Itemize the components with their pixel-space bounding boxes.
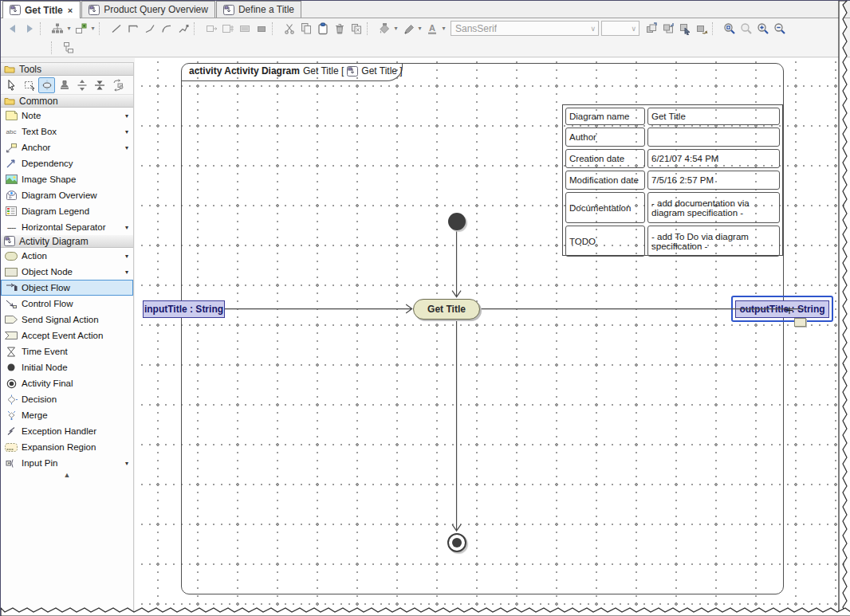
fill-shape-button[interactable]: [253, 20, 270, 37]
chevron-down-icon[interactable]: ▾: [125, 112, 130, 120]
back-button[interactable]: [4, 20, 21, 37]
palette-item-note[interactable]: Note ▾: [1, 108, 133, 124]
palette-header-tools[interactable]: Tools: [1, 63, 133, 76]
chevron-down-icon[interactable]: ▾: [125, 224, 130, 231]
chevron-down-icon[interactable]: ▾: [89, 25, 96, 32]
line-style-rectilinear-button[interactable]: [124, 20, 141, 37]
line-style-curved-button[interactable]: [158, 20, 175, 37]
font-size-combo[interactable]: ∨: [601, 21, 639, 36]
palette-item-object-node[interactable]: Object Node ▾: [1, 264, 133, 280]
vertical-compress-tool-button[interactable]: [91, 77, 108, 93]
containment-tree-button[interactable]: [60, 39, 77, 56]
info-key-cell[interactable]: Modification date: [565, 171, 645, 190]
palette-item-send-signal-action[interactable]: Send Signal Action: [1, 312, 133, 328]
chevron-down-icon[interactable]: ▾: [65, 25, 73, 32]
palette-header-common[interactable]: Common: [1, 95, 133, 108]
info-value-cell[interactable]: [647, 128, 780, 147]
chevron-down-icon[interactable]: ▾: [125, 253, 130, 260]
copy-button[interactable]: [297, 20, 314, 37]
palette-scroll-up-button[interactable]: ▲: [1, 471, 133, 482]
chevron-down-icon[interactable]: ▾: [440, 25, 447, 32]
palette-header-activity-diagram[interactable]: Activity Diagram: [1, 235, 133, 248]
chevron-down-icon[interactable]: ▾: [125, 128, 130, 135]
chevron-down-icon[interactable]: ▾: [125, 269, 130, 276]
palette-item-time-event[interactable]: Time Event: [1, 343, 133, 359]
tab-get-title[interactable]: Get Title ×: [2, 1, 81, 18]
paste-button[interactable]: [314, 20, 331, 37]
delete-button[interactable]: [331, 20, 348, 37]
line-color-button[interactable]: [399, 20, 416, 37]
font-color-button[interactable]: A: [423, 20, 440, 37]
drag-handle[interactable]: [794, 318, 806, 327]
show-properties-button[interactable]: [236, 20, 253, 37]
diagram-frame-header[interactable]: activity Activity Diagram Get Title [ Ge…: [181, 63, 403, 81]
palette-item-accept-event-action[interactable]: Accept Event Action: [1, 328, 133, 343]
chevron-down-icon[interactable]: ∨: [590, 25, 596, 33]
palette-item-activity-final[interactable]: Activity Final: [1, 375, 133, 391]
send-to-back-button[interactable]: [659, 20, 676, 37]
palette-item-exception-handler[interactable]: Exception Handler: [1, 423, 133, 439]
info-value-cell[interactable]: Get Title: [647, 108, 780, 125]
palette-item-merge[interactable]: Merge: [1, 407, 133, 423]
cut-button[interactable]: [281, 20, 297, 37]
diagram-canvas[interactable]: activity Activity Diagram Get Title [ Ge…: [135, 58, 850, 616]
stamp-tool-button[interactable]: [56, 77, 73, 93]
delete-from-model-button[interactable]: [348, 20, 364, 37]
zoom-out-button[interactable]: [771, 20, 788, 37]
palette-item-object-flow[interactable]: Object Flow: [1, 280, 133, 296]
chevron-down-icon[interactable]: ▾: [125, 460, 130, 467]
make-same-size-button[interactable]: [219, 20, 236, 37]
font-family-combo[interactable]: SansSerif ∨: [451, 21, 599, 36]
tab-product-query-overview[interactable]: Product Query Overview: [81, 1, 215, 18]
activity-parameter-output[interactable]: outputTitle : String: [735, 300, 829, 318]
chevron-down-icon[interactable]: ▾: [392, 25, 399, 32]
display-related-elements-button[interactable]: [73, 20, 89, 37]
pointer-tool-button[interactable]: [3, 77, 20, 93]
palette-item-action[interactable]: Action ▾: [1, 248, 133, 264]
line-style-custom-button[interactable]: [175, 20, 191, 37]
info-key-cell[interactable]: Diagram name: [565, 108, 645, 125]
selection-box[interactable]: outputTitle : String: [731, 296, 833, 322]
info-key-cell[interactable]: TODO: [565, 226, 645, 257]
group-selection-tool-button[interactable]: [21, 77, 37, 93]
palette-item-diagram-legend[interactable]: Diagram Legend: [1, 203, 133, 219]
initial-node[interactable]: [448, 213, 466, 230]
palette-item-image-shape[interactable]: Image Shape: [1, 171, 133, 187]
info-value-cell[interactable]: - add documentation via diagram specific…: [647, 192, 780, 223]
fill-color-button[interactable]: [376, 20, 392, 37]
activity-parameter-input[interactable]: inputTitle : String: [143, 300, 225, 318]
zoom-in-button[interactable]: [754, 20, 771, 37]
change-element-type-tool-button[interactable]: [108, 77, 125, 93]
chevron-down-icon[interactable]: ∨: [631, 25, 636, 33]
palette-item-initial-node[interactable]: Initial Node: [1, 359, 133, 375]
palette-item-control-flow[interactable]: Control Flow: [1, 296, 133, 312]
info-value-cell[interactable]: 7/5/16 2:57 PM: [647, 171, 780, 190]
chevron-down-icon[interactable]: ▾: [416, 25, 423, 32]
palette-item-input-pin[interactable]: Input Pin ▾: [1, 455, 133, 471]
activity-final-node[interactable]: [447, 533, 466, 552]
autosize-shape-button[interactable]: [203, 20, 219, 37]
palette-item-text-box[interactable]: abc Text Box ▾: [1, 124, 133, 139]
forward-button[interactable]: [21, 20, 37, 37]
select-in-containment-tree-button[interactable]: [676, 20, 693, 37]
vertical-spread-tool-button[interactable]: [73, 77, 90, 93]
info-value-cell[interactable]: - add To Do via diagram specification -: [647, 226, 780, 257]
palette-item-expansion-region[interactable]: Expansion Region: [1, 439, 133, 455]
palette-item-decision[interactable]: Decision: [1, 391, 133, 407]
info-key-cell[interactable]: Creation date: [565, 149, 645, 168]
layout-diagram-button[interactable]: [49, 20, 65, 37]
bring-to-front-button[interactable]: [643, 20, 659, 37]
refresh-selection-button[interactable]: [693, 20, 710, 37]
info-key-cell[interactable]: Author: [565, 128, 645, 147]
chevron-down-icon[interactable]: ▾: [125, 144, 130, 151]
free-shape-tool-button[interactable]: [38, 77, 55, 93]
palette-item-dependency[interactable]: Dependency: [1, 155, 133, 171]
zoom-1-1-button[interactable]: [738, 20, 754, 37]
close-icon[interactable]: ×: [67, 6, 73, 15]
info-value-cell[interactable]: 6/21/07 4:54 PM: [647, 149, 780, 168]
palette-item-diagram-overview[interactable]: Diagram Overview: [1, 187, 133, 203]
diagram-info-table[interactable]: Diagram name Get Title Author Creation d…: [562, 104, 783, 256]
info-key-cell[interactable]: Documentation: [565, 192, 645, 223]
fit-in-window-button[interactable]: [721, 20, 738, 37]
tab-define-a-title[interactable]: Define a Title: [216, 1, 301, 18]
